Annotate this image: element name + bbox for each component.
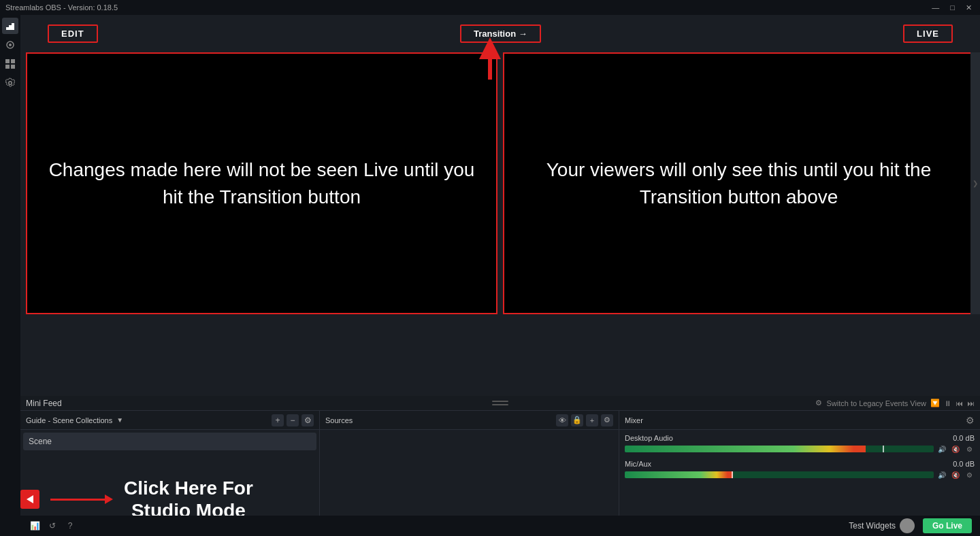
toolbar-left: EDIT — [48, 24, 98, 43]
mixer-volknob-desktop[interactable]: 🔊 — [936, 443, 947, 454]
prev-icon: ⏮ — [956, 399, 963, 407]
svg-rect-1 — [9, 25, 12, 30]
minimize-button[interactable]: — — [929, 3, 942, 12]
scenes-header-actions: + − ⚙ — [272, 414, 314, 426]
mini-feed-collapse[interactable] — [492, 401, 508, 405]
mini-feed-bar: Mini Feed ⚙ Switch to Legacy Events View… — [20, 396, 980, 411]
main-preview-area: Changes made here will not be seen Live … — [20, 52, 980, 314]
mixer-channel-desktop-db: 0.0 dB — [953, 434, 975, 442]
mixer-fader-fill-mic — [625, 471, 733, 478]
svg-rect-7 — [5, 65, 10, 69]
collapse-dash-1 — [492, 401, 508, 402]
mixer-channel-mic-header: Mic/Aux 0.0 dB — [625, 460, 975, 468]
mixer-channel-desktop: Desktop Audio 0.0 dB 🔊 🔇 ⚙ — [625, 434, 975, 454]
scenes-add-button[interactable]: + — [272, 414, 284, 426]
status-right: Test Widgets Go Live — [849, 518, 972, 533]
edit-preview-text: Changes made here will not be seen Live … — [27, 143, 496, 223]
sidebar-item-settings[interactable] — [2, 75, 18, 91]
pause-icon: ⏸ — [944, 399, 951, 407]
live-button[interactable]: LIVE — [903, 24, 953, 43]
mixer-fader-row-mic: 🔊 🔇 ⚙ — [625, 469, 975, 480]
svg-rect-6 — [11, 59, 15, 63]
mixer-fader-cursor-desktop — [883, 446, 884, 452]
mixer-fader-track-mic[interactable] — [625, 471, 934, 478]
svg-rect-8 — [11, 65, 15, 69]
svg-rect-0 — [6, 27, 9, 30]
svg-rect-5 — [5, 59, 10, 63]
mixer-mute-mic[interactable]: 🔇 — [950, 469, 961, 480]
studio-mode-line1: Click Here For — [124, 477, 253, 500]
mini-feed-label: Mini Feed — [26, 399, 62, 408]
mixer-mute-desktop[interactable]: 🔇 — [950, 443, 961, 454]
toolbar-right: LIVE — [903, 24, 953, 43]
scenes-header: Guide - Scene Collections ▼ + − ⚙ — [20, 411, 319, 430]
arrow-up-stem — [488, 59, 492, 80]
arrow-head — [105, 495, 113, 504]
status-bar: 📊 ↺ ? Test Widgets Go Live — [20, 516, 980, 536]
sidebar-item-apps[interactable] — [2, 56, 18, 72]
arrow-up-head — [479, 37, 501, 59]
sidebar-item-home[interactable] — [2, 18, 18, 34]
sources-lock-button[interactable]: 🔒 — [571, 414, 583, 426]
status-chart-icon[interactable]: 📊 — [29, 520, 41, 532]
titlebar: Streamlabs OBS - Version: 0.18.5 — □ ✕ — [0, 0, 980, 15]
arrow-line-segment — [50, 499, 105, 501]
scene-item[interactable]: Scene — [23, 433, 316, 450]
test-widgets-label: Test Widgets — [849, 521, 896, 531]
edit-button[interactable]: EDIT — [48, 24, 98, 43]
studio-mode-arrow-line — [50, 495, 113, 504]
mixer-label: Mixer — [625, 416, 643, 424]
mixer-fader-cursor-mic — [732, 471, 733, 478]
sources-add-button[interactable]: + — [586, 414, 598, 426]
mixer-channel-desktop-name: Desktop Audio — [625, 434, 673, 442]
transition-arrow-indicator — [479, 37, 501, 80]
mixer-settings-button[interactable]: ⚙ — [966, 415, 975, 426]
mixer-fader-track-desktop[interactable] — [625, 446, 934, 452]
sources-filter-button[interactable]: ⚙ — [601, 414, 613, 426]
studio-mode-arrow-icon — [27, 495, 33, 503]
scenes-remove-button[interactable]: − — [287, 414, 299, 426]
sources-eye-button[interactable]: 👁 — [556, 414, 568, 426]
studio-mode-button[interactable] — [20, 490, 39, 509]
svg-point-4 — [9, 44, 12, 46]
user-avatar — [900, 518, 915, 533]
mixer-fader-row-desktop: 🔊 🔇 ⚙ — [625, 443, 975, 454]
go-live-button[interactable]: Go Live — [923, 518, 972, 533]
mixer-channel-desktop-header: Desktop Audio 0.0 dB — [625, 434, 975, 442]
status-refresh-icon[interactable]: ↺ — [46, 520, 59, 532]
scene-item-label: Scene — [29, 437, 52, 446]
scenes-collection-label: Guide - Scene Collections — [26, 416, 112, 424]
mixer-settings-mic[interactable]: ⚙ — [964, 469, 975, 480]
close-button[interactable]: ✕ — [963, 3, 975, 12]
switch-legacy-label: Switch to Legacy Events View — [826, 399, 926, 407]
mixer-channel-mic-name: Mic/Aux — [625, 460, 651, 468]
sources-header-actions: 👁 🔒 + ⚙ — [556, 414, 613, 426]
sources-label: Sources — [325, 416, 353, 424]
svg-rect-2 — [12, 23, 14, 30]
edit-preview-panel: Changes made here will not be seen Live … — [26, 52, 497, 314]
mixer-volknob-mic[interactable]: 🔊 — [936, 469, 947, 480]
scenes-settings-button[interactable]: ⚙ — [301, 414, 314, 426]
sidebar — [0, 15, 20, 536]
titlebar-controls[interactable]: — □ ✕ — [929, 3, 975, 12]
sidebar-item-themes[interactable] — [2, 37, 18, 53]
mixer-channel-mic-db: 0.0 dB — [953, 460, 975, 468]
live-preview-text: Your viewers will only see this until yo… — [504, 143, 973, 223]
switch-legacy-button[interactable]: ⚙ Switch to Legacy Events View 🔽 ⏸ ⏮ ⏭ — [815, 399, 975, 407]
status-left: 📊 ↺ ? — [29, 520, 76, 532]
sources-header: Sources 👁 🔒 + ⚙ — [320, 411, 619, 430]
mixer-fader-fill-desktop — [625, 446, 866, 452]
next-icon: ⏭ — [967, 399, 975, 407]
maximize-button[interactable]: □ — [947, 3, 958, 12]
resize-handle[interactable]: ❯ — [970, 52, 980, 314]
scenes-dropdown-icon[interactable]: ▼ — [116, 416, 123, 424]
mixer-channel-mic: Mic/Aux 0.0 dB 🔊 🔇 ⚙ — [625, 460, 975, 480]
filter-icon: 🔽 — [930, 399, 940, 407]
live-preview-panel: Your viewers will only see this until yo… — [503, 52, 975, 314]
collapse-dash-2 — [492, 404, 508, 405]
mixer-settings-desktop[interactable]: ⚙ — [964, 443, 975, 454]
switch-legacy-icon: ⚙ — [815, 399, 822, 407]
test-widgets-button[interactable]: Test Widgets — [849, 518, 915, 533]
mixer-header: Mixer ⚙ — [619, 411, 980, 430]
status-help-icon[interactable]: ? — [64, 520, 76, 532]
